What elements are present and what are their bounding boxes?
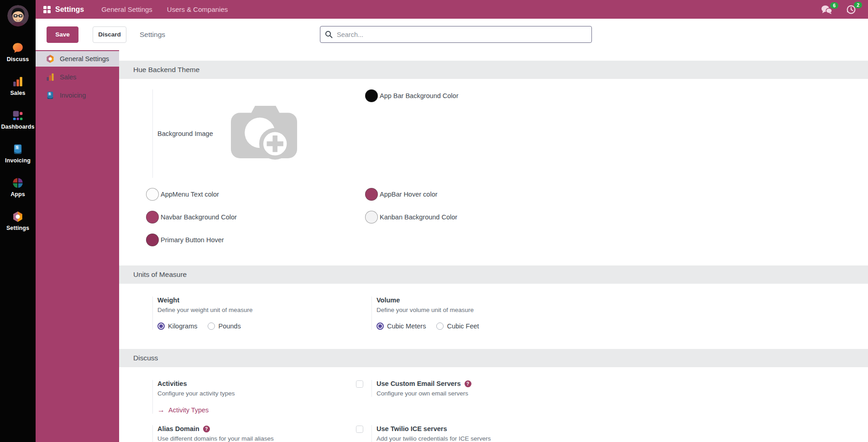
settings-nav-label: General Settings — [60, 55, 109, 62]
radio-kilograms[interactable] — [157, 322, 165, 330]
alias-domain-title: Alias Domain — [157, 425, 199, 432]
section-header-discuss: Discuss — [119, 349, 868, 367]
app-sidebar: Discuss Sales Dashboards — [0, 0, 36, 442]
topbar-systray: 6 2 — [821, 5, 868, 15]
activity-types-link[interactable]: → Activity Types — [157, 406, 356, 414]
sidebar-item-label: Apps — [10, 191, 25, 198]
settings-nav-general[interactable]: General Settings — [36, 51, 119, 67]
settings-nav-invoicing[interactable]: $ Invoicing — [36, 88, 119, 103]
user-avatar[interactable] — [7, 5, 29, 26]
radio-label[interactable]: Cubic Meters — [387, 322, 426, 330]
setting-appbar-hover-color: AppBar Hover color — [356, 188, 575, 201]
setting-use-twilio-ice-servers: Use Twilio ICE servers Add your twilio c… — [356, 425, 575, 442]
apps-menu-icon[interactable] — [43, 6, 51, 13]
setting-primary-button-hover: Primary Button Hover — [137, 234, 356, 246]
sidebar-item-sales[interactable]: Sales — [0, 76, 36, 96]
sidebar-item-settings[interactable]: Settings — [0, 211, 36, 231]
workspace: General Settings Sales $ — [36, 50, 868, 442]
setting-kanban-background-color: Kanban Background Color — [356, 211, 575, 224]
menu-general-settings[interactable]: General Settings — [95, 0, 159, 19]
section-title: Units of Measure — [133, 270, 187, 279]
field-label: AppBar Hover color — [380, 191, 438, 198]
current-app-title[interactable]: Settings — [55, 5, 84, 14]
menu-users-companies[interactable]: Users & Companies — [161, 0, 234, 19]
field-label: Navbar Background Color — [161, 213, 237, 221]
help-icon[interactable]: ? — [203, 426, 210, 432]
settings-nav-panel: General Settings Sales $ — [36, 50, 119, 442]
save-button[interactable]: Save — [47, 26, 78, 43]
arrow-right-icon: → — [157, 406, 165, 414]
messages-count-badge: 6 — [830, 2, 838, 9]
volume-radio-group: Cubic Meters Cubic Feet — [376, 322, 575, 330]
twilio-ice-checkbox[interactable] — [356, 426, 363, 433]
radio-label[interactable]: Cubic Feet — [447, 322, 479, 330]
radio-cubic-feet[interactable] — [436, 322, 444, 330]
sidebar-item-dashboards[interactable]: Dashboards — [0, 109, 36, 130]
radio-pounds[interactable] — [208, 322, 215, 330]
messages-button[interactable]: 6 — [821, 5, 832, 14]
activity-types-link-label: Activity Types — [168, 406, 209, 414]
settings-icon — [12, 211, 24, 223]
svg-text:$: $ — [49, 92, 51, 96]
background-image-upload[interactable] — [229, 102, 299, 166]
top-navbar: Settings General Settings Users & Compan… — [36, 0, 868, 19]
activities-count-badge: 2 — [854, 2, 862, 9]
main-area: Settings General Settings Users & Compan… — [36, 0, 868, 442]
search-bar[interactable] — [320, 26, 592, 43]
dashboards-icon — [12, 109, 24, 121]
control-panel: Save Discard Settings — [36, 19, 868, 50]
weight-desc: Define your weight unit of measure — [157, 307, 356, 313]
custom-email-desc: Configure your own email servers — [376, 390, 575, 397]
apps-icon — [12, 177, 24, 189]
sidebar-item-discuss[interactable]: Discuss — [0, 42, 36, 62]
setting-weight: Weight Define your weight unit of measur… — [137, 296, 356, 330]
alias-domain-desc: Use different domains for your mail alia… — [157, 435, 356, 442]
field-label: Primary Button Hover — [161, 236, 224, 244]
general-settings-icon — [46, 54, 55, 63]
activities-desc: Configure your activity types — [157, 390, 356, 397]
app-root: Discuss Sales Dashboards — [0, 0, 868, 442]
setting-use-custom-email-servers: Use Custom Email Servers ? Configure you… — [356, 380, 575, 397]
weight-radio-group: Kilograms Pounds — [157, 322, 356, 330]
section-title: Discuss — [133, 354, 158, 362]
weight-title: Weight — [157, 296, 356, 304]
discard-button[interactable]: Discard — [93, 26, 126, 43]
activities-button[interactable]: 2 — [846, 5, 856, 15]
field-label: Kanban Background Color — [380, 213, 457, 221]
radio-label[interactable]: Pounds — [218, 322, 241, 330]
invoicing-icon: $ — [12, 143, 24, 155]
volume-desc: Define your volume unit of measure — [376, 307, 575, 313]
setting-background-image: Background Image — [137, 89, 356, 178]
volume-title: Volume — [376, 296, 575, 304]
camera-add-icon — [229, 102, 299, 164]
sidebar-item-invoicing[interactable]: $ Invoicing — [0, 143, 36, 164]
background-image-label: Background Image — [157, 130, 213, 137]
radio-cubic-meters[interactable] — [376, 322, 384, 330]
setting-activities: Activities Configure your activity types… — [137, 380, 356, 414]
sales-icon — [12, 76, 24, 88]
sales-icon — [46, 73, 55, 82]
custom-email-servers-checkbox[interactable] — [356, 380, 363, 388]
settings-content: Hue Backend Theme Background Image — [119, 50, 868, 442]
invoicing-icon: $ — [46, 91, 55, 100]
search-input[interactable] — [337, 31, 587, 38]
svg-text:$: $ — [16, 145, 18, 150]
setting-navbar-background-color: Navbar Background Color — [137, 211, 356, 224]
breadcrumb[interactable]: Settings — [140, 31, 165, 39]
sidebar-item-label: Invoicing — [5, 157, 31, 164]
sidebar-item-label: Settings — [6, 225, 29, 231]
radio-label[interactable]: Kilograms — [168, 322, 197, 330]
settings-nav-label: Invoicing — [60, 92, 86, 99]
field-label: AppMenu Text color — [161, 191, 219, 198]
section-header-units-of-measure: Units of Measure — [119, 265, 868, 284]
app-list: Discuss Sales Dashboards — [0, 42, 36, 231]
settings-nav-sales[interactable]: Sales — [36, 69, 119, 85]
help-icon[interactable]: ? — [465, 380, 471, 387]
sidebar-item-apps[interactable]: Apps — [0, 177, 36, 198]
twilio-title: Use Twilio ICE servers — [376, 425, 575, 432]
section-title: Hue Backend Theme — [133, 66, 199, 74]
topbar-menu: General Settings Users & Companies — [95, 0, 234, 19]
discuss-icon — [12, 42, 24, 54]
setting-volume: Volume Define your volume unit of measur… — [356, 296, 575, 330]
custom-email-title: Use Custom Email Servers — [376, 380, 461, 387]
